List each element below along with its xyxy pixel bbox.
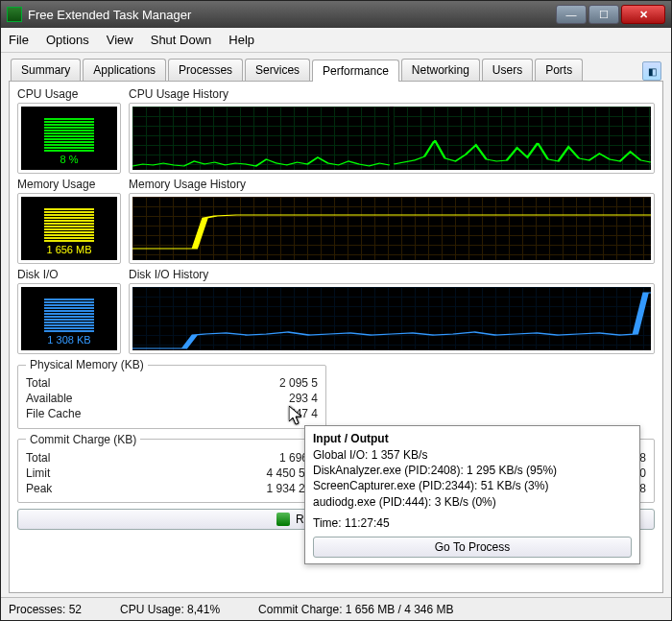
memory-usage-value: 1 656 MB	[46, 244, 91, 255]
physical-memory-group: Physical Memory (KB) Total2 095 5 Availa…	[17, 358, 326, 429]
memory-usage-meter: 1 656 MB	[21, 197, 117, 260]
menu-file[interactable]: File	[9, 33, 29, 47]
app-window: Free Extended Task Manager — ☐ ✕ File Op…	[0, 0, 672, 621]
commit-charge-legend: Commit Charge (KB)	[26, 433, 140, 446]
phys-cache-label: File Cache	[26, 406, 81, 421]
tab-networking[interactable]: Networking	[401, 59, 480, 81]
status-commit: Commit Charge: 1 656 MB / 4 346 MB	[258, 603, 453, 616]
cpu-usage-value: 8 %	[60, 154, 79, 165]
titlebar[interactable]: Free Extended Task Manager — ☐ ✕	[1, 1, 671, 28]
tooltip-line-2: ScreenCapturer.exe (PID:2344): 51 KB/s (…	[313, 478, 632, 493]
tab-processes[interactable]: Processes	[168, 59, 243, 81]
commit-peak-label: Peak	[26, 481, 52, 496]
tab-ports[interactable]: Ports	[535, 59, 583, 81]
window-title: Free Extended Task Manager	[28, 8, 191, 22]
commit-charge-group: Commit Charge (KB) Total1 696 3 Limit4 4…	[17, 433, 326, 504]
minimize-button[interactable]: —	[556, 5, 587, 24]
cpu-history-label: CPU Usage History	[129, 87, 655, 101]
status-processes: Processes: 52	[9, 603, 82, 616]
tooltip-line-3: audiodg.exe (PID:444): 3 KB/s (0%)	[313, 494, 632, 510]
status-cpu: CPU Usage: 8,41%	[120, 603, 220, 616]
phys-cache-value: 547 4	[289, 406, 318, 421]
tab-options-icon[interactable]: ◧	[642, 61, 661, 81]
menu-options[interactable]: Options	[46, 33, 89, 47]
resource-monitor-icon	[276, 513, 290, 526]
phys-total-label: Total	[26, 375, 50, 391]
tooltip-time: Time: 11:27:45	[313, 515, 632, 531]
tab-services[interactable]: Services	[245, 59, 310, 81]
tab-applications[interactable]: Applications	[83, 59, 166, 81]
commit-total-label: Total	[26, 450, 50, 466]
tab-users[interactable]: Users	[482, 59, 533, 81]
tooltip-title: Input / Output	[313, 432, 632, 445]
cpu-usage-label: CPU Usage	[17, 87, 121, 101]
disk-io-value: 1 308 KB	[47, 334, 90, 346]
disk-io-label: Disk I/O	[17, 268, 121, 281]
disk-io-meter: 1 308 KB	[21, 287, 117, 350]
content-area: Summary Applications Processes Services …	[1, 53, 671, 597]
cpu-history-chart	[132, 107, 651, 170]
tooltip-line-global: Global I/O: 1 357 KB/s	[313, 447, 632, 463]
phys-avail-value: 293 4	[289, 391, 318, 406]
menu-shutdown[interactable]: Shut Down	[151, 33, 212, 47]
memory-usage-label: Memory Usage	[17, 178, 121, 191]
io-tooltip: Input / Output Global I/O: 1 357 KB/s Di…	[304, 425, 640, 564]
tooltip-line-1: DiskAnalyzer.exe (PID:2408): 1 295 KB/s …	[313, 463, 632, 478]
disk-history-label: Disk I/O History	[129, 268, 655, 281]
close-button[interactable]: ✕	[621, 5, 665, 24]
phys-avail-label: Available	[26, 391, 72, 406]
maximize-button[interactable]: ☐	[588, 5, 619, 24]
go-to-process-button[interactable]: Go To Process	[313, 537, 632, 558]
tabstrip: Summary Applications Processes Services …	[9, 59, 663, 82]
app-icon	[7, 7, 22, 22]
menu-view[interactable]: View	[107, 33, 133, 47]
disk-history-chart	[132, 287, 651, 350]
cpu-usage-meter: 8 %	[21, 107, 117, 170]
tab-performance[interactable]: Performance	[312, 60, 399, 82]
phys-total-value: 2 095 5	[279, 375, 318, 391]
physical-memory-legend: Physical Memory (KB)	[26, 358, 148, 371]
status-bar: Processes: 52 CPU Usage: 8,41% Commit Ch…	[1, 597, 671, 620]
menubar: File Options View Shut Down Help	[1, 28, 671, 53]
commit-limit-label: Limit	[26, 466, 50, 481]
tab-summary[interactable]: Summary	[11, 59, 81, 81]
memory-history-chart	[132, 197, 651, 260]
menu-help[interactable]: Help	[228, 33, 254, 47]
memory-history-label: Memory Usage History	[129, 178, 655, 191]
